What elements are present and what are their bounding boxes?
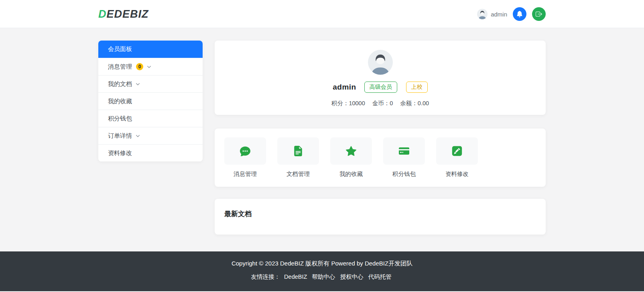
chevron-down-icon bbox=[147, 65, 151, 69]
friend-links-list: DedeBIZ 帮助中心 授权中心 代码托管 bbox=[281, 274, 393, 280]
sidebar-item-messages[interactable]: 消息管理 0 bbox=[98, 58, 203, 75]
latest-docs-title: 最新文档 bbox=[224, 209, 536, 218]
chevron-down-icon bbox=[136, 134, 140, 138]
sidebar-item-profile[interactable]: 资料修改 bbox=[98, 144, 203, 161]
logout-icon bbox=[536, 11, 542, 17]
quick-action-label: 积分钱包 bbox=[383, 170, 425, 178]
logo[interactable]: DEDEBIZ bbox=[98, 8, 149, 20]
notifications-button[interactable] bbox=[513, 7, 526, 21]
stat-value: 0 bbox=[390, 100, 393, 106]
user-cluster: admin bbox=[477, 7, 546, 21]
stat-value: 10000 bbox=[349, 100, 365, 106]
friend-link-2[interactable]: 授权中心 bbox=[340, 274, 363, 280]
sidebar-item-label: 我的文档 bbox=[108, 80, 132, 88]
footer: Copyright © 2023 DedeBIZ 版权所有 Powered by… bbox=[0, 251, 644, 291]
quick-action-tile bbox=[436, 137, 478, 165]
stat: 积分：10000 bbox=[331, 100, 365, 107]
stat: 余额：0.00 bbox=[400, 100, 429, 107]
sidebar-item-label: 资料修改 bbox=[108, 149, 132, 157]
friend-link-3[interactable]: 代码托管 bbox=[368, 274, 391, 280]
quick-action-tile bbox=[277, 137, 319, 165]
header-username: admin bbox=[491, 11, 507, 18]
rank-badge: 高级会员 bbox=[364, 82, 397, 93]
credit-card-icon bbox=[399, 146, 409, 156]
quick-action-label: 资料修改 bbox=[436, 170, 478, 178]
content: 会员面板 消息管理 0 我的文档 我的收藏 积分钱包 订单详情 资料修改 bbox=[98, 28, 546, 235]
profile-name-row: admin 高级会员 上校 bbox=[333, 82, 427, 93]
quick-action-label: 我的收藏 bbox=[330, 170, 372, 178]
sidebar-item-label: 消息管理 bbox=[108, 63, 132, 71]
profile-badges: 高级会员 上校 bbox=[364, 82, 428, 93]
profile-avatar bbox=[368, 50, 393, 75]
quick-action-tile bbox=[383, 137, 425, 165]
main-column: admin 高级会员 上校 积分：10000 金币：0 余额：0.00 消息管理… bbox=[215, 41, 546, 235]
star-icon bbox=[346, 146, 356, 156]
logo-letter-d: D bbox=[98, 8, 107, 20]
sidebar-item-label: 会员面板 bbox=[108, 45, 132, 53]
sidebar-item-label: 我的收藏 bbox=[108, 98, 132, 105]
sidebar-item-documents[interactable]: 我的文档 bbox=[98, 75, 203, 92]
stat-label: 余额： bbox=[400, 100, 418, 106]
sidebar-menu: 会员面板 消息管理 0 我的文档 我的收藏 积分钱包 订单详情 资料修改 bbox=[98, 41, 203, 161]
friend-links-label: 友情连接： bbox=[251, 274, 280, 280]
quick-action-tile bbox=[330, 137, 372, 165]
count-badge: 0 bbox=[136, 63, 143, 70]
chevron-down-icon bbox=[136, 82, 140, 86]
sidebar-item-dashboard[interactable]: 会员面板 bbox=[98, 41, 203, 58]
rank-badge: 上校 bbox=[406, 82, 428, 93]
logout-button[interactable] bbox=[532, 7, 546, 21]
user-chip[interactable]: admin bbox=[477, 9, 507, 19]
quick-action-label: 消息管理 bbox=[224, 170, 266, 178]
quick-action-messages[interactable]: 消息管理 bbox=[224, 137, 266, 178]
stat-label: 金币： bbox=[372, 100, 390, 106]
sidebar-item-wallet[interactable]: 积分钱包 bbox=[98, 110, 203, 127]
quick-action-tile bbox=[224, 137, 266, 165]
friend-link-0[interactable]: DedeBIZ bbox=[284, 274, 307, 280]
logo-text: EDEBIZ bbox=[107, 8, 149, 20]
avatar bbox=[477, 9, 488, 19]
edit-icon bbox=[452, 146, 462, 156]
quick-action-profile[interactable]: 资料修改 bbox=[436, 137, 478, 178]
profile-stats: 积分：10000 金币：0 余额：0.00 bbox=[331, 100, 429, 107]
latest-docs-card: 最新文档 bbox=[215, 199, 546, 235]
quick-action-wallet[interactable]: 积分钱包 bbox=[383, 137, 425, 178]
stat-value: 0.00 bbox=[418, 100, 429, 106]
stat-label: 积分： bbox=[331, 100, 349, 106]
chat-icon bbox=[240, 146, 250, 156]
stat: 金币：0 bbox=[372, 100, 393, 107]
sidebar-item-label: 积分钱包 bbox=[108, 115, 132, 123]
quick-action-label: 文档管理 bbox=[277, 170, 319, 178]
bell-icon bbox=[516, 11, 523, 17]
friend-link-1[interactable]: 帮助中心 bbox=[312, 274, 335, 280]
sidebar-item-favorites[interactable]: 我的收藏 bbox=[98, 92, 203, 110]
quick-action-documents[interactable]: 文档管理 bbox=[277, 137, 319, 178]
top-bar: DEDEBIZ admin bbox=[0, 0, 644, 28]
quick-actions-card: 消息管理 文档管理 我的收藏 积分钱包 资料修改 bbox=[215, 129, 546, 187]
sidebar-item-label: 订单详情 bbox=[108, 132, 132, 140]
profile-username: admin bbox=[333, 83, 356, 92]
profile-card: admin 高级会员 上校 积分：10000 金币：0 余额：0.00 bbox=[215, 41, 546, 115]
quick-action-favorites[interactable]: 我的收藏 bbox=[330, 137, 372, 178]
copyright-text: Copyright © 2023 DedeBIZ 版权所有 Powered by… bbox=[0, 260, 644, 267]
friend-links: 友情连接： DedeBIZ 帮助中心 授权中心 代码托管 bbox=[0, 273, 644, 281]
sidebar-item-orders[interactable]: 订单详情 bbox=[98, 127, 203, 144]
document-icon bbox=[293, 146, 303, 156]
